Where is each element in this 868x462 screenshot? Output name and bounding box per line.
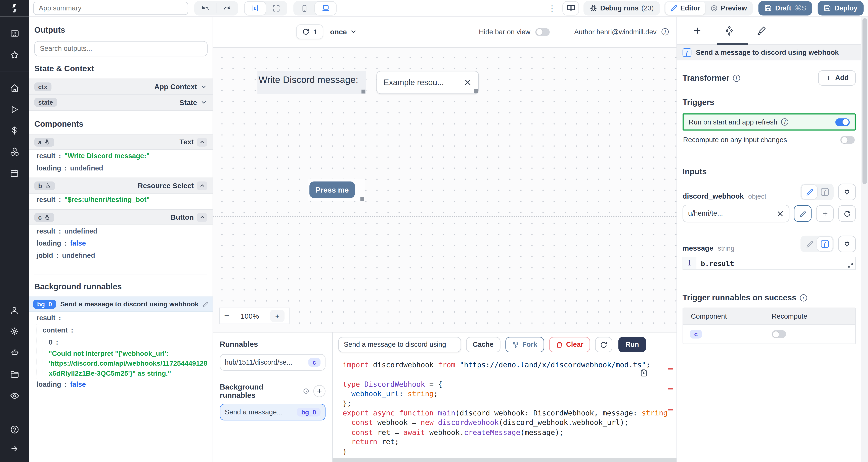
output-row[interactable]: result:undefined <box>29 225 213 237</box>
output-row[interactable]: result: <box>29 312 213 324</box>
clear-x-icon[interactable] <box>777 210 784 217</box>
eval-mode-button[interactable]: ƒ <box>817 185 833 199</box>
info-icon[interactable]: i <box>781 119 788 126</box>
connect-plug-button[interactable] <box>838 184 856 200</box>
code-editor[interactable]: import discordwebhook from "https://deno… <box>333 356 677 462</box>
docs-button[interactable] <box>563 1 579 15</box>
clear-x-icon[interactable] <box>464 78 472 86</box>
add-transformer-button[interactable]: Add <box>818 70 856 86</box>
refresh-count-box[interactable]: 1 <box>296 24 323 39</box>
add-bg-runnable-button[interactable] <box>313 385 326 397</box>
scrollbar-thumb[interactable] <box>862 18 867 184</box>
copy-clipboard-icon[interactable] <box>640 369 648 377</box>
deploy-button[interactable]: Deploy <box>818 1 864 15</box>
tab-preview[interactable]: Preview <box>705 1 752 15</box>
redo-button[interactable] <box>216 1 238 15</box>
cache-button[interactable]: Cache <box>466 337 500 352</box>
horizontal-scrollbar[interactable] <box>333 458 677 462</box>
pencil-icon[interactable] <box>203 302 208 307</box>
app-canvas[interactable]: Write Discord message: Example resou... … <box>213 47 677 332</box>
component-b-row[interactable]: b Resource Select <box>29 177 213 194</box>
press-me-button[interactable]: Press me <box>309 182 355 198</box>
component-badge[interactable]: c <box>690 330 702 338</box>
static-mode-button[interactable] <box>802 237 817 251</box>
variables-nav-button[interactable] <box>10 126 19 135</box>
bg-runnable-item[interactable]: Send a message... bg_0 <box>220 404 326 421</box>
draft-button[interactable]: Draft ⌘S <box>758 1 812 15</box>
schedules-nav-button[interactable] <box>10 169 19 177</box>
expand-diagonal-icon[interactable] <box>847 262 854 268</box>
resize-handle[interactable] <box>474 89 477 93</box>
ctx-row[interactable]: ctx App Context <box>29 78 213 95</box>
folders-nav-button[interactable] <box>10 369 19 379</box>
chevron-down-icon[interactable] <box>200 99 207 106</box>
align-center-button[interactable] <box>245 1 266 15</box>
home-nav-button[interactable] <box>10 84 19 93</box>
output-row[interactable]: loading:false <box>29 378 213 391</box>
collapse-button[interactable] <box>197 212 207 222</box>
users-nav-button[interactable] <box>10 306 19 315</box>
eval-mode-button[interactable]: ƒ <box>817 237 833 251</box>
search-outputs-input[interactable] <box>34 41 208 57</box>
run-on-start-toggle[interactable] <box>835 118 850 126</box>
desktop-view-button[interactable] <box>315 1 336 15</box>
fork-button[interactable]: Fork <box>505 337 544 352</box>
resource-select[interactable]: u/henri/te... <box>683 205 789 222</box>
static-mode-button[interactable] <box>802 185 817 199</box>
tab-editor[interactable]: Editor <box>665 1 705 15</box>
output-row[interactable]: loading:false <box>29 237 213 250</box>
hub-runnable-item[interactable]: hub/1511/discord/se... c <box>220 354 326 371</box>
insert-component-tab-plus-icon[interactable] <box>692 26 702 35</box>
runs-nav-button[interactable] <box>10 105 19 114</box>
run-button[interactable]: Run <box>618 337 646 352</box>
chevron-down-icon[interactable] <box>200 83 207 90</box>
refresh-resources-button[interactable] <box>838 205 856 222</box>
resource-select-component[interactable]: Example resou... <box>376 71 479 94</box>
output-row[interactable]: jobId:undefined <box>29 250 213 262</box>
collapse-button[interactable] <box>197 137 207 146</box>
clear-button[interactable]: Clear <box>549 337 590 352</box>
connect-plug-button[interactable] <box>838 236 856 253</box>
component-c-row[interactable]: c Button <box>29 209 213 225</box>
windmill-logo[interactable] <box>0 0 29 16</box>
recompute-toggle[interactable] <box>840 136 855 144</box>
apps-nav-button[interactable] <box>10 29 19 38</box>
text-component[interactable]: Write Discord message: <box>257 71 366 94</box>
favorites-nav-button[interactable] <box>10 51 19 60</box>
output-row[interactable]: result:"Write Discord message:" <box>29 150 213 162</box>
app-summary-input[interactable] <box>33 1 188 15</box>
component-a-row[interactable]: a Text <box>29 134 213 150</box>
edit-resource-button[interactable] <box>794 205 811 222</box>
resize-handle[interactable] <box>361 197 364 201</box>
debug-runs-button[interactable]: Debug runs (23) <box>585 1 659 15</box>
info-icon[interactable]: i <box>661 28 669 36</box>
script-name-input[interactable] <box>338 337 461 352</box>
more-menu-button[interactable]: ⋮ <box>546 4 558 12</box>
hide-bar-toggle[interactable] <box>535 28 550 36</box>
settings-tab-diamonds-icon[interactable] <box>724 25 735 36</box>
output-row[interactable]: result:"$res:u/henri/testing_bot" <box>29 194 213 206</box>
settings-nav-button[interactable] <box>10 327 19 336</box>
info-icon[interactable]: i <box>733 74 740 82</box>
undo-button[interactable] <box>195 1 216 15</box>
run-mode-dropdown[interactable]: once <box>330 28 357 36</box>
collapse-button[interactable] <box>197 181 207 190</box>
output-row[interactable]: content: <box>42 324 213 336</box>
help-button[interactable] <box>10 425 19 434</box>
collapse-sidebar-button[interactable] <box>10 444 19 453</box>
recompute-row-toggle[interactable] <box>772 330 786 338</box>
zoom-out-button[interactable]: − <box>224 311 229 321</box>
style-tab-brush-icon[interactable] <box>757 26 766 35</box>
resources-nav-button[interactable] <box>10 147 19 157</box>
info-icon[interactable]: i <box>800 294 807 301</box>
reload-button[interactable] <box>595 337 612 352</box>
resize-handle[interactable] <box>362 90 365 93</box>
output-row[interactable]: 0: <box>49 336 213 349</box>
fullscreen-button[interactable] <box>266 1 287 15</box>
zoom-in-button[interactable]: + <box>270 310 284 322</box>
audit-nav-button[interactable] <box>10 391 19 401</box>
message-expression-editor[interactable]: 1 b.result <box>683 257 856 270</box>
output-row[interactable]: loading:undefined <box>29 162 213 174</box>
state-row[interactable]: state State <box>29 95 213 111</box>
workers-nav-button[interactable] <box>10 348 19 357</box>
